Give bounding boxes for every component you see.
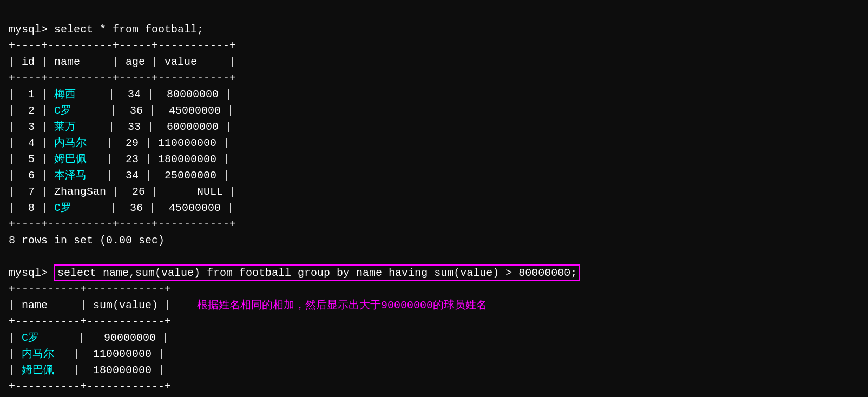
terminal-output: mysql> select * from football; +----+---…: [9, 5, 859, 397]
border-2: +----+----------+-----+-----------+: [9, 72, 236, 84]
border-5: +----------+------------+: [9, 315, 171, 328]
prompt-2: mysql>: [9, 267, 54, 279]
header-1: | id | name | age | value |: [9, 56, 236, 68]
row-10: | 内马尔 | 110000000 |: [9, 348, 165, 360]
border-4: +----------+------------+: [9, 283, 171, 295]
row-7: | 7 | ZhangSan | 26 | NULL |: [9, 186, 236, 198]
cmd-1: select * from football;: [54, 23, 203, 36]
border-3: +----+----------+-----+-----------+: [9, 218, 236, 230]
header-2: | name | sum(value) | 根据姓名相同的相加，然后显示出大于9…: [9, 299, 487, 312]
row-8: | 8 | C罗 | 36 | 45000000 |: [9, 202, 234, 214]
row-6: | 6 | 本泽马 | 34 | 25000000 |: [9, 169, 229, 182]
border-1: +----+----------+-----+-----------+: [9, 39, 236, 52]
row-5: | 5 | 姆巴佩 | 23 | 180000000 |: [9, 153, 229, 166]
row-9: | C罗 | 90000000 |: [9, 332, 169, 344]
row-11: | 姆巴佩 | 180000000 |: [9, 364, 165, 376]
row-2: | 2 | C罗 | 36 | 45000000 |: [9, 104, 234, 117]
border-6: +----------+------------+: [9, 380, 171, 393]
row-4: | 4 | 内马尔 | 29 | 110000000 |: [9, 137, 229, 149]
highlighted-cmd: select name,sum(value) from football gro…: [54, 264, 580, 281]
result-info-1: 8 rows in set (0.00 sec): [9, 234, 165, 247]
row-3: | 3 | 莱万 | 33 | 60000000 |: [9, 121, 232, 133]
prompt-1: mysql>: [9, 23, 54, 36]
row-1: | 1 | 梅西 | 34 | 80000000 |: [9, 88, 232, 101]
